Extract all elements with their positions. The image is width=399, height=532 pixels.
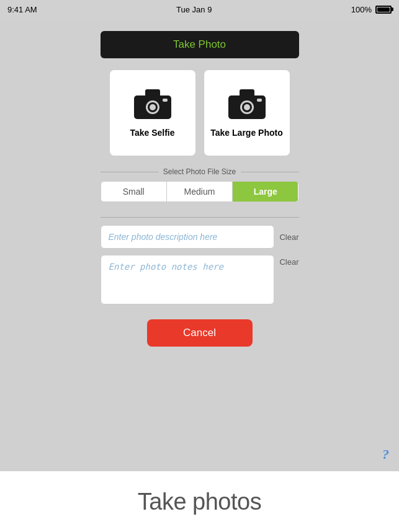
file-size-label-row: Select Photo File Size xyxy=(101,167,299,176)
bottom-label-area: Take photos xyxy=(0,471,399,532)
notes-input[interactable] xyxy=(101,255,275,304)
large-camera-icon xyxy=(227,88,267,123)
bottom-label-text: Take photos xyxy=(138,489,261,515)
take-selfie-card[interactable]: Take Selfie xyxy=(109,69,196,156)
help-icon[interactable]: ? xyxy=(382,446,389,463)
description-input-row: Clear xyxy=(101,225,299,249)
svg-rect-5 xyxy=(163,99,168,102)
size-medium-button[interactable]: Medium xyxy=(167,182,233,202)
svg-rect-7 xyxy=(240,89,254,97)
svg-point-4 xyxy=(150,104,156,110)
svg-point-10 xyxy=(244,104,250,110)
large-photo-label: Take Large Photo xyxy=(210,128,282,138)
divider-right xyxy=(241,172,298,172)
size-large-button[interactable]: Large xyxy=(233,182,298,202)
status-date: Tue Jan 9 xyxy=(176,5,212,14)
description-clear-button[interactable]: Clear xyxy=(279,233,298,242)
svg-rect-1 xyxy=(145,89,160,97)
take-photo-bar[interactable]: Take Photo xyxy=(101,31,299,58)
main-area: Take Photo Take Selfie xyxy=(0,19,399,471)
status-time: 9:41 AM xyxy=(7,5,37,14)
notes-clear-wrap: Clear xyxy=(279,255,298,267)
file-size-label: Select Photo File Size xyxy=(158,167,241,176)
photo-options-row: Take Selfie Take Large Photo xyxy=(109,69,290,156)
battery-icon xyxy=(375,6,392,14)
status-bar: 9:41 AM Tue Jan 9 100% xyxy=(0,0,399,19)
file-size-section: Select Photo File Size Small Medium Larg… xyxy=(101,167,299,202)
description-input[interactable] xyxy=(101,225,275,249)
status-right: 100% xyxy=(351,5,392,14)
battery-percent: 100% xyxy=(351,5,372,14)
divider-left xyxy=(101,172,158,172)
notes-input-row: Clear xyxy=(101,255,299,304)
cancel-button[interactable]: Cancel xyxy=(147,319,253,347)
camera-icon xyxy=(133,88,173,123)
size-small-button[interactable]: Small xyxy=(101,182,167,202)
horizontal-divider xyxy=(101,217,299,218)
take-photo-label: Take Photo xyxy=(173,38,226,50)
svg-rect-11 xyxy=(257,99,262,102)
notes-clear-button[interactable]: Clear xyxy=(279,257,298,267)
take-large-photo-card[interactable]: Take Large Photo xyxy=(204,69,290,156)
selfie-label: Take Selfie xyxy=(130,128,174,138)
file-size-buttons: Small Medium Large xyxy=(101,181,299,202)
